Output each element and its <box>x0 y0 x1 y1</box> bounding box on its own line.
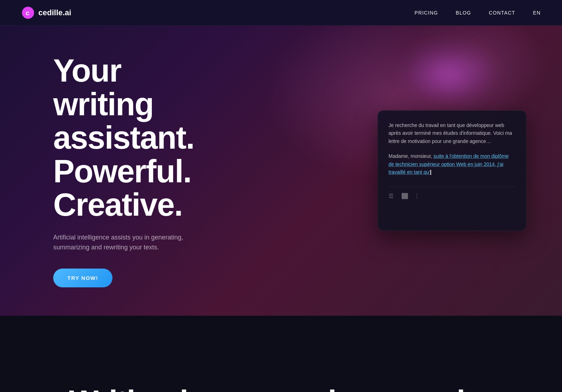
hero-content: Your writing assistant. Powerful. Creati… <box>0 26 248 316</box>
logo[interactable]: c cedille.ai <box>21 6 71 20</box>
nav-pricing[interactable]: PRICING <box>414 10 438 16</box>
logo-text: cedille.ai <box>38 8 71 17</box>
hero-section: Your writing assistant. Powerful. Creati… <box>0 0 562 316</box>
glow-orb <box>399 43 498 106</box>
logo-icon: c <box>21 6 35 20</box>
editor-result: Madame, monsieur, suite à l'obtention de… <box>389 152 516 176</box>
editor-footer: ☰ ⬜ ⋮ <box>389 187 516 200</box>
nav-contact[interactable]: CONTACT <box>489 10 515 16</box>
editor-prompt: Je recherche du travail en tant que déve… <box>389 121 516 145</box>
hero-subtitle: Artificial intelligence assists you in g… <box>53 232 195 253</box>
list-icon[interactable]: ☰ <box>389 193 396 200</box>
copy-icon[interactable]: ⬜ <box>401 193 408 200</box>
bottom-section: Writing has never been easier <box>0 316 562 392</box>
svg-text:c: c <box>26 9 29 16</box>
editor-result-prefix: Madame, monsieur, <box>389 153 434 159</box>
try-now-button[interactable]: TRY NOW! <box>53 269 112 287</box>
more-icon[interactable]: ⋮ <box>414 193 421 200</box>
editor-cursor <box>430 170 431 175</box>
hero-title: Your writing assistant. Powerful. Creati… <box>53 54 195 222</box>
nav-blog[interactable]: BLOG <box>456 10 471 16</box>
editor-card: Je recherche du travail en tant que déve… <box>378 110 527 231</box>
language-selector[interactable]: EN <box>533 10 541 16</box>
navbar: c cedille.ai PRICING BLOG CONTACT EN <box>0 0 562 26</box>
bottom-title: Writing has never been easier <box>69 386 493 392</box>
nav-links: PRICING BLOG CONTACT EN <box>414 10 541 16</box>
